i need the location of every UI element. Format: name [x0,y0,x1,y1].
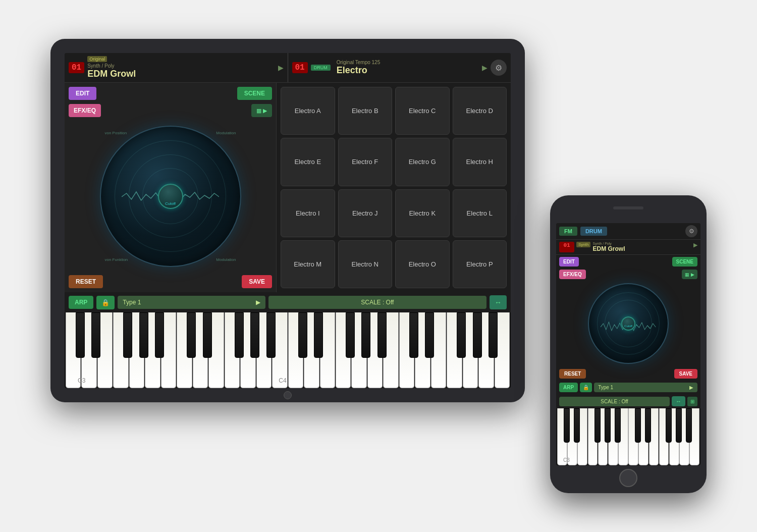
piano-black-key[interactable] [676,408,682,443]
phone-seq-button[interactable]: ▦ ▶ [682,270,697,279]
piano-black-key[interactable] [605,408,611,443]
piano-black-key[interactable] [203,312,212,358]
seq-button[interactable]: ▦ ▶ [251,104,272,117]
drum-pad-11[interactable]: Electro L [453,189,507,237]
drum-pad-2[interactable]: Electro C [395,87,450,135]
drum-pad-4[interactable]: Electro E [281,138,335,186]
efx-seq-row: EFX/EQ ▦ ▶ [69,104,272,117]
piano-black-key[interactable] [574,408,580,443]
piano-black-key[interactable] [377,312,387,358]
phone-efxeq-button[interactable]: EFX/EQ [559,270,586,279]
piano-black-key[interactable] [457,312,466,358]
synth-nav-arrow[interactable]: ▶ [278,64,284,72]
drum-pad-14[interactable]: Electro O [395,240,450,288]
drum-pad-8[interactable]: Electro I [281,189,335,237]
drum-pad-1[interactable]: Electro B [338,87,393,135]
piano-black-key[interactable] [91,312,100,358]
piano-black-key[interactable] [635,408,641,443]
pads-grid: Electro AElectro BElectro CElectro DElec… [281,87,507,288]
c3-label: C3 [78,377,85,384]
phone-type-selector[interactable]: Type 1 ▶ [594,383,697,392]
piano-black-key[interactable] [615,408,621,443]
drum-nav-arrow[interactable]: ▶ [482,64,488,72]
phone-scale-row: SCALE : Off ↔ ⊞ [556,394,700,408]
piano-black-key[interactable] [298,312,307,358]
tablet-app: 01 Original Synth / Poly EDM Growl ▶ 01 … [65,53,511,388]
scene-button[interactable]: SCENE [237,87,272,100]
phone-nav-arrow[interactable]: ▶ [693,242,697,252]
turntable-xy-pad[interactable]: von Position Modulation von Funktion Mod… [100,126,241,267]
piano-black-key[interactable] [155,312,164,358]
piano-black-key[interactable] [123,312,132,358]
xy-pad-container[interactable]: von Position Modulation von Funktion Mod… [69,121,272,271]
arrows-button[interactable]: ↔ [490,295,507,309]
bottom-controls: ARP 🔒 Type 1 ▶ SCALE : Off ↔ [65,292,511,312]
drum-pad-3[interactable]: Electro D [453,87,507,135]
save-button[interactable]: SAVE [242,275,272,288]
piano-black-key[interactable] [666,408,672,443]
phone-lock-button[interactable]: 🔒 [580,383,592,392]
main-area: EDIT SCENE EFX/EQ ▦ ▶ [65,83,511,292]
piano-black-key[interactable] [594,408,601,443]
phone-save-button[interactable]: SAVE [674,369,698,379]
phone-reset-button[interactable]: RESET [559,369,586,379]
phone-drum-tab[interactable]: DRUM [580,227,607,236]
lock-button[interactable]: 🔒 [96,296,115,309]
piano-black-key[interactable] [425,312,434,358]
reset-button[interactable]: RESET [69,275,103,288]
phone-settings-button[interactable]: ⚙ [685,225,697,237]
phone-piano[interactable]: C3 [556,408,700,465]
drum-pad-9[interactable]: Electro J [338,189,393,237]
piano-black-key[interactable] [686,408,692,443]
scene: 01 Original Synth / Poly EDM Growl ▶ 01 … [50,39,707,493]
piano-black-key[interactable] [361,312,370,358]
piano-black-key[interactable] [314,312,323,358]
cutoff-knob[interactable]: Cutoff [158,184,183,209]
phone-scene-button[interactable]: SCENE [672,257,697,267]
phone-arp-button[interactable]: ARP [559,383,578,392]
piano-black-key[interactable] [489,312,498,358]
drum-pad-10[interactable]: Electro K [395,189,450,237]
edit-button[interactable]: EDIT [69,87,96,100]
piano-black-key[interactable] [235,312,244,358]
phone-turntable[interactable]: Cutoff [588,283,669,364]
piano-black-key[interactable] [473,312,482,358]
efxeq-button[interactable]: EFX/EQ [69,104,101,117]
piano-black-key[interactable] [564,408,570,443]
drum-pad-15[interactable]: Electro P [453,240,507,288]
reset-save-row: RESET SAVE [69,275,272,288]
drum-pad-12[interactable]: Electro M [281,240,335,288]
drum-pad-13[interactable]: Electro N [338,240,393,288]
phone-xy-pad-container[interactable]: Cutoff [556,280,700,367]
tablet-home-button[interactable] [284,391,292,399]
piano-keyboard[interactable]: C3 C4 [65,312,511,388]
piano-black-key[interactable] [139,312,148,358]
xy-label-bottomright: Modulation [216,257,236,262]
phone-arrows-button[interactable]: ↔ [672,396,685,406]
piano-black-key[interactable] [76,312,85,358]
piano-black-key[interactable] [645,408,651,443]
drum-header-info: Original Tempo 125 Electro [337,60,477,76]
synth-sub: Synth / Poly [87,63,273,69]
settings-button[interactable]: ⚙ [491,60,507,76]
phone-fm-tab[interactable]: FM [559,227,577,236]
piano-black-key[interactable] [250,312,259,358]
piano-black-key[interactable] [187,312,196,358]
phone-edit-button[interactable]: EDIT [559,257,579,267]
type-selector[interactable]: Type 1 ▶ [118,296,265,309]
drum-pad-7[interactable]: Electro H [453,138,507,186]
drum-pad-5[interactable]: Electro F [338,138,393,186]
tablet-screen: 01 Original Synth / Poly EDM Growl ▶ 01 … [65,53,511,388]
piano-black-key[interactable] [266,312,276,358]
drum-pad-6[interactable]: Electro G [395,138,450,186]
piano-black-key[interactable] [409,312,418,358]
drum-pad-0[interactable]: Electro A [281,87,335,135]
phone-cutoff-knob[interactable]: Cutoff [621,316,635,331]
phone-grid-button[interactable]: ⊞ [687,397,697,406]
scale-text: SCALE : Off [361,299,394,306]
piano-black-key[interactable] [346,312,355,358]
synth-header: 01 Original Synth / Poly EDM Growl ▶ [65,53,288,82]
arp-button[interactable]: ARP [69,296,93,309]
phone-home-button[interactable] [619,469,637,487]
phone-cutoff-label: Cutoff [624,325,632,328]
